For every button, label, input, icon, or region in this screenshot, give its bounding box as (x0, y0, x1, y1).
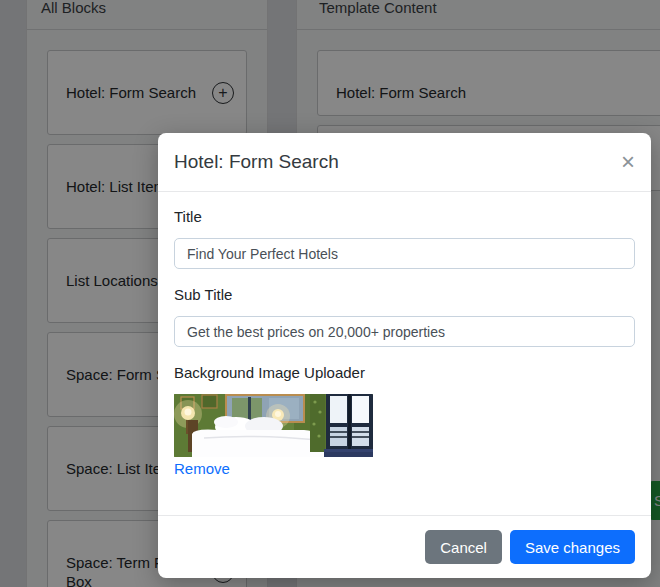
modal-header: Hotel: Form Search × (158, 133, 651, 192)
subtitle-input[interactable] (174, 316, 635, 347)
background-image-preview[interactable] (174, 394, 373, 457)
title-label: Title (174, 208, 635, 226)
remove-image-link[interactable]: Remove (174, 460, 230, 477)
hotel-form-search-modal: Hotel: Form Search × Title Sub Title Bac… (158, 133, 651, 578)
screen: All Blocks Hotel: Form Search + Hotel: L… (0, 0, 660, 587)
title-field-group: Title (174, 208, 635, 269)
save-changes-button[interactable]: Save changes (510, 530, 635, 564)
cancel-button[interactable]: Cancel (425, 530, 502, 564)
modal-footer: Cancel Save changes (158, 515, 651, 578)
modal-title: Hotel: Form Search (174, 148, 339, 176)
background-image-uploader-label: Background Image Uploader (174, 364, 635, 382)
background-image-uploader-group: Background Image Uploader (174, 364, 635, 478)
close-icon[interactable]: × (621, 150, 635, 174)
title-input[interactable] (174, 238, 635, 269)
modal-body: Title Sub Title Background Image Uploade… (158, 192, 651, 511)
subtitle-label: Sub Title (174, 286, 635, 304)
subtitle-field-group: Sub Title (174, 286, 635, 347)
